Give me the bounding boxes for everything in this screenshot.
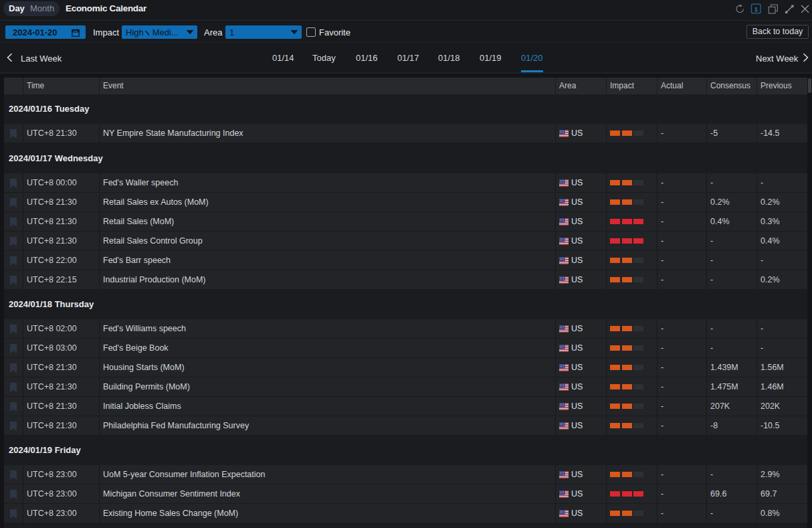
svg-text:1: 1 [754, 5, 758, 13]
